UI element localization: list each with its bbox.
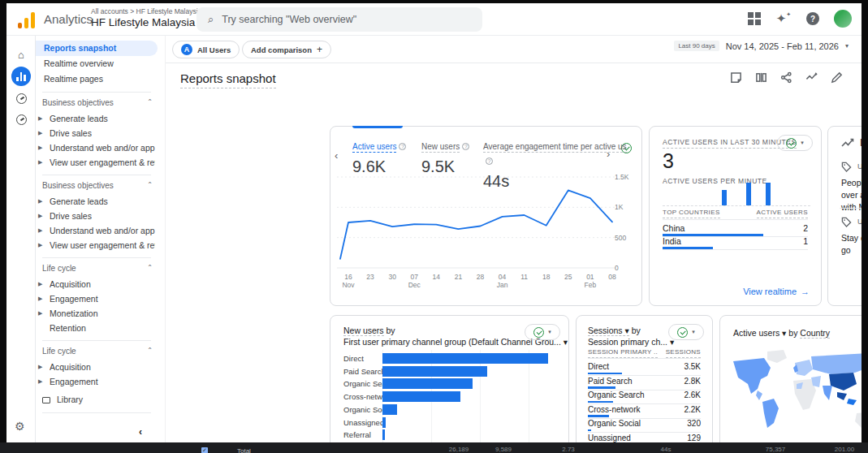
sidebar-item-engagement[interactable]: ▶Engagement bbox=[36, 374, 158, 389]
search-icon: ⌕ bbox=[208, 13, 214, 26]
sidebar-item-label: Generate leads bbox=[50, 111, 108, 126]
dimension-selector[interactable]: Session primary ch... ▾ bbox=[588, 337, 674, 347]
gridline bbox=[529, 350, 529, 442]
sidebar-item-monetization[interactable]: ▶Monetization bbox=[36, 306, 158, 321]
sidebar-section-header[interactable]: Business objectives⌃ bbox=[42, 98, 156, 107]
sidebar-item-realtime-overview[interactable]: Realtime overview bbox=[36, 56, 158, 71]
expand-arrow-icon[interactable]: ▶ bbox=[38, 374, 42, 389]
metric-tab-new-users[interactable]: New users?9.5K bbox=[421, 138, 478, 176]
collapse-section-icon[interactable]: ⌃ bbox=[147, 347, 153, 354]
sidebar-item-view-user-engagement-rete-[interactable]: ▶View user engagement & rete... bbox=[36, 238, 158, 252]
sidebar-item-label: Acquisition bbox=[50, 277, 91, 291]
info-icon[interactable]: ? bbox=[462, 143, 469, 150]
sidebar-item-drive-sales[interactable]: ▶Drive sales bbox=[36, 126, 158, 140]
gemini-sparkle-icon[interactable]: ✦✦ bbox=[775, 11, 792, 27]
expand-arrow-icon[interactable]: ▶ bbox=[38, 360, 42, 374]
edit-pencil-icon[interactable] bbox=[831, 71, 844, 84]
metric-value: 9.6K bbox=[352, 157, 417, 176]
background-row-cell: 75,357100% of total bbox=[747, 446, 804, 453]
view-realtime-link[interactable]: View realtime→ bbox=[743, 287, 810, 296]
share-icon[interactable] bbox=[780, 71, 793, 84]
expand-arrow-icon[interactable]: ▶ bbox=[38, 140, 42, 155]
home-icon[interactable]: ⌂ bbox=[12, 45, 30, 63]
bar bbox=[382, 378, 473, 389]
expand-arrow-icon[interactable]: ▶ bbox=[38, 126, 42, 140]
add-comparison-button[interactable]: Add comparison+ bbox=[242, 41, 331, 58]
all-users-segment-chip[interactable]: A All Users bbox=[172, 41, 240, 58]
toolbar-divider bbox=[166, 63, 862, 63]
tag-icon bbox=[841, 162, 852, 172]
expand-arrow-icon[interactable]: ▶ bbox=[38, 155, 42, 170]
admin-gear-icon[interactable]: ⚙ bbox=[15, 420, 25, 433]
metric-selector[interactable]: Sessions ▾ bbox=[588, 326, 629, 336]
navigation-rail: ⌂ ⚙ bbox=[6, 36, 36, 442]
collapse-sidebar-icon[interactable]: ‹ bbox=[139, 426, 142, 438]
explore-icon[interactable] bbox=[12, 89, 30, 107]
background-row-cell: 201.00100% of total bbox=[816, 446, 868, 453]
tag-icon bbox=[841, 217, 852, 227]
sidebar-section-header[interactable]: Business objectives⌃ bbox=[42, 181, 156, 190]
sidebar-item-view-user-engagement-rete-[interactable]: ▶View user engagement & rete... bbox=[36, 155, 158, 170]
world-map[interactable] bbox=[725, 343, 862, 442]
date-range-picker[interactable]: Last 90 days Nov 14, 2025 - Feb 11, 2026… bbox=[674, 41, 849, 51]
info-icon[interactable]: ? bbox=[399, 143, 406, 150]
metric-tab-active-users[interactable]: Active users?9.6K bbox=[352, 138, 417, 176]
row-divider bbox=[663, 236, 808, 237]
collapse-section-icon[interactable]: ⌃ bbox=[147, 98, 153, 106]
sidebar-item-generate-leads[interactable]: ▶Generate leads bbox=[36, 111, 158, 126]
advertising-icon[interactable] bbox=[12, 110, 30, 128]
analytics-logo-icon[interactable] bbox=[18, 11, 37, 28]
reports-icon[interactable] bbox=[11, 67, 31, 86]
account-avatar[interactable] bbox=[834, 10, 852, 28]
search-input[interactable]: ⌕ Try searching "Web overview" bbox=[196, 7, 482, 32]
sidebar-section-header[interactable]: Life cycle⌃ bbox=[42, 347, 156, 356]
sidebar-item-realtime-pages[interactable]: Realtime pages bbox=[36, 71, 158, 87]
sidebar-item-understand-web-and-or-app-t-[interactable]: ▶Understand web and/or app t... bbox=[36, 223, 158, 238]
sidebar-item-understand-web-and-or-app-t-[interactable]: ▶Understand web and/or app t... bbox=[36, 140, 158, 155]
per-minute-bar bbox=[746, 183, 751, 205]
sidebar-item-retention[interactable]: Retention bbox=[36, 321, 158, 335]
expand-arrow-icon[interactable]: ▶ bbox=[38, 238, 42, 252]
y-tick-label: 1K bbox=[615, 203, 623, 211]
info-icon[interactable]: ? bbox=[486, 157, 493, 165]
card-title: Sessions ▾ by Session primary ch... ▾ bbox=[588, 325, 674, 347]
sidebar-item-library[interactable]: Library bbox=[42, 395, 83, 404]
collapse-section-icon[interactable]: ⌃ bbox=[147, 264, 153, 271]
help-icon[interactable]: ? bbox=[805, 11, 821, 27]
dimension-selector[interactable]: Country bbox=[800, 328, 830, 339]
sidebar-item-reports-snapshot[interactable]: Reports snapshot bbox=[36, 41, 158, 56]
page-title: Reports snapshot bbox=[180, 71, 276, 88]
expand-arrow-icon[interactable]: ▶ bbox=[38, 277, 42, 291]
apps-grid-icon[interactable] bbox=[746, 11, 762, 27]
data-quality-dropdown[interactable]: ▾ bbox=[777, 135, 813, 151]
page-notes-icon[interactable] bbox=[730, 71, 743, 84]
expand-arrow-icon[interactable]: ▶ bbox=[38, 223, 42, 238]
expand-arrow-icon[interactable]: ▶ bbox=[38, 209, 42, 223]
sidebar-item-acquisition[interactable]: ▶Acquisition bbox=[36, 277, 158, 291]
data-quality-dropdown[interactable]: ▾ bbox=[525, 324, 560, 340]
sidebar-item-generate-leads[interactable]: ▶Generate leads bbox=[36, 194, 158, 209]
sidebar-item-engagement[interactable]: ▶Engagement bbox=[36, 291, 158, 306]
insights-icon[interactable] bbox=[805, 71, 818, 84]
insight-text[interactable]: Stay connected to your business on the g… bbox=[841, 232, 862, 257]
sidebar-item-acquisition[interactable]: ▶Acquisition bbox=[36, 360, 158, 374]
data-quality-dropdown[interactable]: ▾ bbox=[668, 324, 704, 340]
expand-arrow-icon[interactable]: ▶ bbox=[38, 306, 42, 321]
collapse-section-icon[interactable]: ⌃ bbox=[147, 181, 153, 188]
expand-arrow-icon[interactable]: ▶ bbox=[38, 291, 42, 306]
sidebar-item-label: Understand web and/or app t... bbox=[50, 140, 155, 155]
property-switcher[interactable]: HF Lifestyle Malaysia▾ bbox=[91, 16, 202, 28]
row-value: 320 bbox=[687, 419, 701, 428]
metric-selector[interactable]: Active users ▾ bbox=[733, 328, 786, 338]
metric-scroll-left-icon[interactable]: ‹ bbox=[335, 149, 338, 162]
sessions-by-channel-card: Sessions ▾ by Session primary ch... ▾ ▾ … bbox=[576, 315, 713, 442]
expand-arrow-icon[interactable]: ▶ bbox=[38, 194, 42, 209]
top-countries-header: TOP COUNTRIES bbox=[663, 209, 720, 218]
sidebar-item-label: Generate leads bbox=[50, 194, 108, 209]
expand-arrow-icon[interactable]: ▶ bbox=[38, 111, 42, 126]
sidebar-section-header[interactable]: Life cycle⌃ bbox=[42, 264, 156, 273]
sidebar-item-drive-sales[interactable]: ▶Drive sales bbox=[36, 209, 158, 223]
selected-tab-indicator bbox=[352, 126, 403, 128]
breadcrumb[interactable]: All accounts > HF Lifestyle Malaysia bbox=[91, 7, 201, 15]
comparison-icon[interactable] bbox=[755, 71, 768, 84]
